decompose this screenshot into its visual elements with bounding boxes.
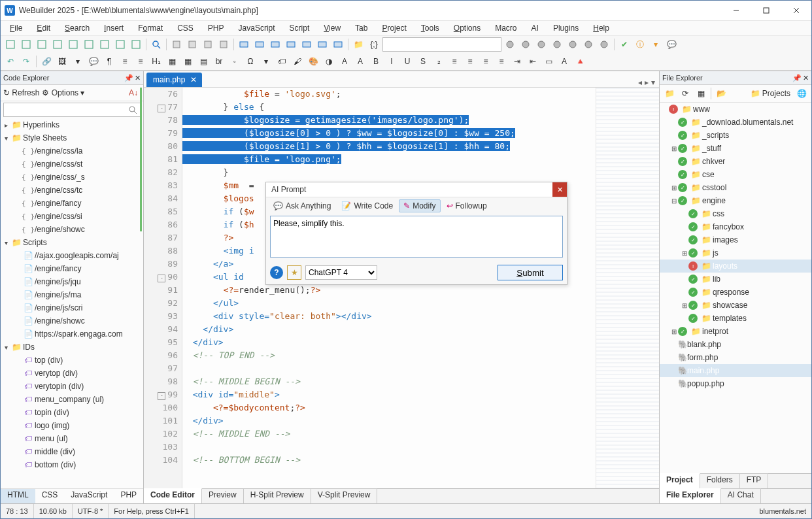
- tb-btn[interactable]: [597, 37, 611, 52]
- tb-btn[interactable]: [113, 37, 127, 52]
- tb-btn[interactable]: U: [400, 54, 414, 69]
- close-icon[interactable]: ✕: [803, 74, 809, 82]
- tree-row[interactable]: { }/engine/showc: [1, 223, 143, 236]
- close-button[interactable]: [781, 1, 811, 20]
- check-icon[interactable]: ✔: [617, 37, 632, 52]
- prev-tab-icon[interactable]: ◂: [638, 78, 642, 87]
- pin-icon[interactable]: 📌: [792, 74, 802, 82]
- tb-btn[interactable]: H₁: [149, 54, 163, 69]
- ai-star-icon[interactable]: ★: [287, 265, 301, 280]
- menu-search[interactable]: Search: [58, 22, 96, 34]
- tb-btn[interactable]: ◑: [322, 54, 336, 69]
- tb-btn[interactable]: 🖌: [290, 54, 305, 69]
- menu-edit[interactable]: Edit: [30, 22, 57, 34]
- file-tree-row[interactable]: !📁www: [660, 103, 811, 116]
- tb-btn[interactable]: [129, 37, 143, 52]
- tb-btn[interactable]: [331, 37, 345, 52]
- undo-icon[interactable]: ↶: [3, 54, 18, 69]
- tb-btn[interactable]: br: [212, 54, 226, 69]
- lang-tab-php[interactable]: PHP: [114, 489, 143, 503]
- file-tree-row[interactable]: !📁layouts: [660, 260, 811, 273]
- tb-btn[interactable]: ≡: [447, 54, 462, 69]
- file-tree-row[interactable]: ✓📁css: [660, 207, 811, 220]
- lang-tab-css[interactable]: CSS: [35, 489, 65, 503]
- minimap[interactable]: [596, 88, 659, 488]
- file-row[interactable]: 🐘main.php: [660, 364, 811, 377]
- file-tree-row[interactable]: ✓📁fancybox: [660, 220, 811, 233]
- tree-row[interactable]: ▸📁Hyperlinks: [1, 118, 143, 131]
- tb-btn[interactable]: {;}: [367, 37, 381, 52]
- file-tree-row[interactable]: ✓📁templates: [660, 312, 811, 325]
- tb-btn[interactable]: [534, 37, 549, 52]
- file-tree-row[interactable]: ⊞✓📁js: [660, 246, 811, 260]
- menu-javascript[interactable]: JavaScript: [232, 22, 282, 34]
- tb-btn[interactable]: [550, 37, 564, 52]
- tb-btn[interactable]: ▦: [165, 54, 179, 69]
- tb-btn[interactable]: [581, 37, 596, 52]
- tree-row[interactable]: 🏷middle (div): [1, 445, 143, 458]
- globe-icon[interactable]: 🌐: [794, 86, 809, 101]
- menu-php[interactable]: PHP: [201, 22, 231, 34]
- options-button[interactable]: ⚙ Options ▾: [42, 88, 84, 97]
- tb-btn[interactable]: ⇤: [526, 54, 540, 69]
- search-input[interactable]: [3, 103, 141, 117]
- chat-icon[interactable]: 💬: [664, 37, 679, 52]
- tb-btn[interactable]: B: [369, 54, 383, 69]
- ai-ask-button[interactable]: 💬Ask Anything: [269, 199, 335, 212]
- selector-combo[interactable]: [382, 37, 501, 52]
- tree-row[interactable]: 🏷menu_company (ul): [1, 393, 143, 406]
- file-tree-row[interactable]: ✓📁_download.blumentals.net: [660, 116, 811, 129]
- editor-tab-hsplit[interactable]: H-Split Preview: [244, 488, 311, 503]
- tb-btn[interactable]: 💬: [86, 54, 101, 69]
- tab-menu-icon[interactable]: ▾: [651, 78, 655, 87]
- tb-btn[interactable]: [518, 37, 533, 52]
- tb-btn[interactable]: [201, 37, 215, 52]
- tb-btn[interactable]: 🏷: [275, 54, 289, 69]
- lang-tab-html[interactable]: HTML: [1, 489, 35, 503]
- code-editor[interactable]: $file = 'logo.svg'; } else { $logosize =…: [182, 88, 596, 488]
- pin-icon[interactable]: 📌: [124, 74, 133, 82]
- tb-btn[interactable]: [503, 37, 517, 52]
- tb-btn[interactable]: 🖼: [55, 54, 69, 69]
- tb-btn[interactable]: ▭: [541, 54, 556, 69]
- right-tab-ftp[interactable]: FTP: [740, 473, 769, 488]
- tb-btn[interactable]: ₂: [431, 54, 446, 69]
- tree-row[interactable]: { }/engine/css/st: [1, 158, 143, 171]
- tb-btn[interactable]: [169, 37, 184, 52]
- tree-row[interactable]: { }/engine/css/la: [1, 144, 143, 158]
- file-tree-row[interactable]: ✓📁images: [660, 233, 811, 246]
- tb-btn[interactable]: [35, 37, 49, 52]
- tb-btn[interactable]: [299, 37, 314, 52]
- file-tree-row[interactable]: ✓📁_scripts: [660, 129, 811, 142]
- tb-btn[interactable]: 🎨: [306, 54, 320, 69]
- tb-btn[interactable]: ≡: [479, 54, 493, 69]
- menu-view[interactable]: View: [317, 22, 347, 34]
- right-btm-aichat[interactable]: AI Chat: [721, 488, 761, 503]
- file-tree-row[interactable]: ⊞✓📁_stuff: [660, 142, 811, 155]
- menu-file[interactable]: File: [3, 22, 29, 34]
- tree-row[interactable]: 🏷top (div): [1, 354, 143, 367]
- tab-close-icon[interactable]: ✕: [189, 75, 198, 84]
- tb-btn[interactable]: [252, 37, 267, 52]
- tree-row[interactable]: { }/engine/css/tc: [1, 184, 143, 197]
- menu-insert[interactable]: Insert: [97, 22, 130, 34]
- tree-row[interactable]: ▾📁Scripts: [1, 236, 143, 249]
- tb-btn[interactable]: A: [353, 54, 367, 69]
- tb-btn[interactable]: [82, 37, 96, 52]
- tree-row[interactable]: { }/engine/css/_s: [1, 171, 143, 184]
- maximize-button[interactable]: [751, 1, 781, 20]
- tree-row[interactable]: 📄/engine/js/scri: [1, 301, 143, 314]
- nav-up-icon[interactable]: 📁: [662, 86, 677, 101]
- tb-btn[interactable]: ≡: [494, 54, 509, 69]
- tree-row[interactable]: 🏷bottom (div): [1, 458, 143, 471]
- right-btm-explorer[interactable]: File Explorer: [660, 488, 721, 503]
- tb-btn[interactable]: [66, 37, 80, 52]
- tree-row[interactable]: 🏷verytopin (div): [1, 380, 143, 393]
- tb-btn[interactable]: [268, 37, 282, 52]
- editor-tab-code[interactable]: Code Editor: [144, 488, 202, 503]
- menu-tab[interactable]: Tab: [348, 22, 374, 34]
- menu-css[interactable]: CSS: [171, 22, 200, 34]
- menu-script[interactable]: Script: [283, 22, 316, 34]
- ai-close-button[interactable]: ✕: [552, 182, 567, 197]
- menu-ai[interactable]: AI: [525, 22, 545, 34]
